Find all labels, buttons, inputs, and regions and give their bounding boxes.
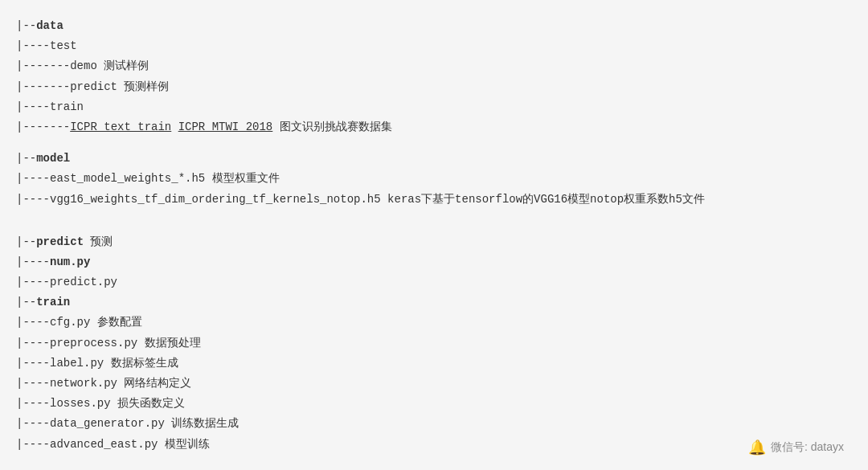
line-predict-dir: |-------predict 预测样例 <box>16 77 852 97</box>
spacer-2 <box>16 210 852 221</box>
prefix-test: |----test <box>16 39 77 52</box>
line-train-section: |--train <box>16 292 852 313</box>
line-predict-section: |--predict 预测 <box>16 232 852 252</box>
line-network-py: |----network.py 网络结构定义 <box>16 374 852 394</box>
icpr-space <box>171 121 178 133</box>
keyword-num: num.py <box>50 255 90 268</box>
prefix-cfg: |----cfg.py 参数配置 <box>16 316 142 329</box>
prefix-predict-dir: |-------predict 预测样例 <box>16 80 169 93</box>
keyword-train: train <box>36 296 70 309</box>
line-data: |--data <box>16 16 852 36</box>
predict-desc: 预测 <box>84 235 113 248</box>
prefix-data: |-- <box>16 19 36 32</box>
keyword-data: data <box>36 19 63 32</box>
prefix-east: |----east_model_weights_*.h5 模型权重文件 <box>16 172 280 185</box>
line-preprocess-py: |----preprocess.py 数据预处理 <box>16 333 852 354</box>
prefix-label: |----label.py 数据标签生成 <box>16 357 178 370</box>
prefix-data-gen: |----data_generator.py 训练数据生成 <box>16 417 239 430</box>
prefix-preprocess: |----preprocess.py 数据预处理 <box>16 337 201 349</box>
prefix-predict-section: |-- <box>16 235 36 248</box>
wechat-icon: 🔔 <box>748 439 766 456</box>
line-model: |--model <box>16 149 852 169</box>
line-num-py: |----num.py <box>16 252 852 272</box>
prefix-advanced: |----advanced_east.py 模型训练 <box>16 438 210 451</box>
prefix-vgg16: |----vgg16_weights_tf_dim_ordering_tf_ke… <box>16 193 705 206</box>
line-vgg16: |----vgg16_weights_tf_dim_ordering_tf_ke… <box>16 190 852 210</box>
spacer-3 <box>16 221 852 232</box>
prefix-losses: |----losses.py 损失函数定义 <box>16 397 185 410</box>
prefix-num: |---- <box>16 255 50 268</box>
line-east-weights: |----east_model_weights_*.h5 模型权重文件 <box>16 169 852 189</box>
content-area: |--data |----test |-------demo 测试样例 |---… <box>16 16 852 455</box>
watermark: 🔔 微信号: datayx <box>748 439 844 456</box>
watermark-text: 微信号: datayx <box>771 440 844 455</box>
icpr-desc: 图文识别挑战赛数据集 <box>272 121 391 133</box>
spacer-1 <box>16 137 852 149</box>
prefix-icpr: |------- <box>16 121 70 133</box>
prefix-network: |----network.py 网络结构定义 <box>16 377 191 390</box>
icpr-mtwi: ICPR_MTWI_2018 <box>178 121 273 133</box>
prefix-train-dir: |----train <box>16 100 84 113</box>
icpr-text-train: ICPR_text_train <box>70 121 171 133</box>
line-demo: |-------demo 测试样例 <box>16 56 852 76</box>
keyword-predict: predict <box>36 235 84 248</box>
line-test: |----test <box>16 36 852 56</box>
line-losses-py: |----losses.py 损失函数定义 <box>16 394 852 414</box>
prefix-predict-py: |----predict.py <box>16 276 117 288</box>
prefix-train-section: |-- <box>16 296 36 309</box>
line-cfg-py: |----cfg.py 参数配置 <box>16 313 852 333</box>
keyword-model: model <box>36 152 70 165</box>
line-label-py: |----label.py 数据标签生成 <box>16 354 852 374</box>
line-icpr: |-------ICPR_text_train ICPR_MTWI_2018 图… <box>16 117 852 137</box>
prefix-model: |-- <box>16 152 36 165</box>
line-predict-py: |----predict.py <box>16 272 852 292</box>
line-train-dir: |----train <box>16 97 852 117</box>
line-data-generator-py: |----data_generator.py 训练数据生成 <box>16 414 852 434</box>
line-advanced-east-py: |----advanced_east.py 模型训练 <box>16 435 852 455</box>
prefix-demo: |-------demo 测试样例 <box>16 59 149 72</box>
